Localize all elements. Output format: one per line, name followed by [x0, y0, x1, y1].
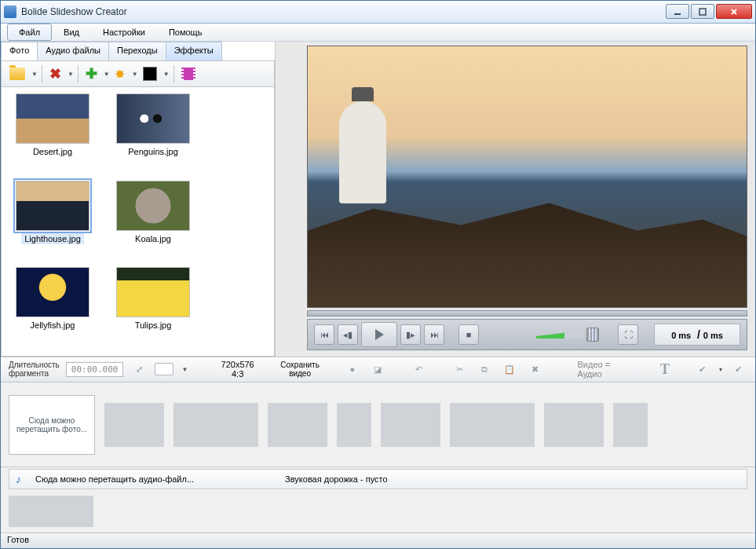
folder-icon	[9, 68, 25, 80]
menu-file[interactable]: Файл	[7, 24, 52, 42]
menu-settings[interactable]: Настройки	[91, 24, 157, 42]
copy-button[interactable]: ⧉	[475, 360, 494, 379]
storyboard-placeholder[interactable]	[450, 403, 535, 447]
dropdown-icon[interactable]: ▼	[163, 71, 170, 78]
fullscreen-button[interactable]: ⛶	[618, 324, 638, 345]
window-title: Bolide Slideshow Creator	[21, 6, 666, 17]
volume-thumb[interactable]	[586, 328, 599, 342]
thumb-label: Tulips.jpg	[132, 320, 175, 331]
audio-drop-hint: Сюда можно перетащить аудио-файл...	[35, 474, 194, 484]
thumb-image	[116, 267, 190, 317]
menubar: Файл Вид Настройки Помощь	[1, 24, 755, 42]
thumb-image	[16, 267, 89, 317]
volume-control[interactable]	[536, 328, 599, 342]
storyboard-placeholder[interactable]	[613, 403, 648, 447]
text-button[interactable]: T	[656, 360, 674, 379]
effect-button[interactable]: ✸	[111, 64, 129, 84]
open-folder-button[interactable]	[6, 64, 28, 84]
thumb-label: Koala.jpg	[132, 233, 174, 244]
duration-check[interactable]	[155, 363, 173, 375]
add-button[interactable]: ✚	[82, 64, 100, 84]
close-button[interactable]	[716, 4, 752, 19]
duration-input[interactable]: 00:00.000	[66, 362, 124, 377]
rocks-shape	[308, 198, 747, 307]
stop-button[interactable]: ■	[458, 324, 479, 345]
storyboard-placeholder[interactable]	[268, 403, 327, 447]
tab-transitions[interactable]: Переходы	[108, 42, 166, 60]
skip-end-button[interactable]: ⏭	[424, 324, 444, 345]
tab-effects[interactable]: Эффекты	[166, 42, 222, 60]
app-window: Bolide Slideshow Creator Файл Вид Настро…	[0, 0, 756, 549]
playback-controls: ⏮ ◂▮ ▮▸ ⏭ ■ ⛶ 0 ms / 0 ms	[307, 319, 747, 350]
music-note-icon: ♪	[16, 473, 21, 485]
thumb-image	[16, 93, 89, 144]
preview-seekbar[interactable]	[307, 310, 747, 317]
menu-view[interactable]: Вид	[52, 24, 91, 42]
skip-start-button[interactable]: ⏮	[314, 324, 334, 345]
apply-all-button[interactable]: ✔	[729, 360, 747, 379]
thumb-item[interactable]: Desert.jpg	[9, 93, 96, 176]
duration-lock-button[interactable]: ⤢	[130, 360, 148, 379]
thumb-image	[116, 181, 190, 231]
volume-bar[interactable]	[536, 331, 583, 339]
storyboard-dropzone[interactable]: Сюда можно перетащить фото...	[9, 395, 95, 455]
media-tabs: Фото Аудио файлы Переходы Эффекты	[1, 42, 275, 60]
tab-audio[interactable]: Аудио файлы	[37, 42, 109, 60]
step-back-button[interactable]: ◂▮	[338, 324, 358, 345]
thumb-item[interactable]: Tulips.jpg	[110, 267, 196, 350]
time-total: 0 ms	[703, 331, 723, 340]
storyboard-placeholder[interactable]	[337, 403, 371, 447]
thumb-label: Lighthouse.jpg	[21, 233, 84, 244]
maximize-button[interactable]	[691, 4, 714, 19]
main-area: Фото Аудио файлы Переходы Эффекты ▼ ✖▼ ✚…	[1, 42, 755, 357]
dropdown-icon[interactable]: ▼	[181, 366, 188, 373]
edit-button[interactable]: ◪	[368, 360, 387, 379]
track-placeholder[interactable]	[9, 496, 93, 527]
x-icon: ✖	[49, 65, 61, 82]
apply-button[interactable]: ✔	[692, 360, 711, 379]
lower-track[interactable]	[1, 491, 755, 533]
dropdown-icon[interactable]: ▼	[68, 71, 74, 78]
paste-button[interactable]: 📋	[500, 360, 519, 379]
timeline-toolbar: Длительность фрагмента 00:00.000 ⤢ ▼ 720…	[1, 357, 755, 382]
record-button[interactable]: ●	[343, 360, 362, 379]
storyboard-placeholder[interactable]	[381, 403, 440, 447]
storyboard-placeholder[interactable]	[104, 403, 164, 447]
menu-help[interactable]: Помощь	[157, 24, 214, 42]
thumb-image	[116, 93, 190, 144]
titlebar[interactable]: Bolide Slideshow Creator	[1, 1, 755, 24]
svg-rect-1	[699, 9, 706, 15]
dropdown-icon[interactable]: ▼	[104, 71, 110, 78]
storyboard-placeholder[interactable]	[544, 403, 604, 447]
thumb-item[interactable]: Lighthouse.jpg	[9, 181, 96, 263]
tab-photo[interactable]: Фото	[1, 42, 38, 60]
thumb-item[interactable]: Koala.jpg	[110, 181, 196, 263]
black-square-icon	[143, 67, 157, 81]
film-icon	[181, 68, 195, 80]
thumb-item[interactable]: Penguins.jpg	[110, 93, 196, 176]
remove-button[interactable]: ✖	[46, 64, 64, 84]
dropdown-icon[interactable]: ▼	[31, 71, 38, 78]
color-button[interactable]	[140, 64, 160, 84]
cut-button[interactable]: ✂	[450, 360, 469, 379]
storyboard[interactable]: Сюда можно перетащить фото...	[1, 382, 755, 467]
thumb-item[interactable]: Jellyfish.jpg	[9, 267, 96, 350]
thumb-label: Penguins.jpg	[125, 146, 181, 157]
audio-track[interactable]: ♪ Сюда можно перетащить аудио-файл... Зв…	[9, 469, 747, 489]
step-forward-button[interactable]: ▮▸	[400, 324, 421, 345]
status-text: Готов	[7, 535, 29, 544]
play-button[interactable]	[361, 322, 397, 347]
minimize-button[interactable]	[666, 4, 689, 19]
preview-image	[307, 46, 747, 308]
time-display: 0 ms / 0 ms	[654, 324, 740, 346]
sun-icon: ✸	[115, 67, 125, 82]
media-toolbar: ▼ ✖▼ ✚▼ ✸▼ ▼	[1, 60, 275, 87]
undo-button[interactable]: ↶	[409, 360, 428, 379]
app-icon	[4, 5, 16, 18]
dropdown-icon[interactable]: ▼	[132, 71, 138, 78]
save-video-button[interactable]: Сохранить видео	[280, 361, 320, 378]
storyboard-placeholder[interactable]	[173, 403, 258, 447]
film-button[interactable]	[178, 64, 199, 84]
svg-rect-0	[674, 13, 681, 15]
delete-button[interactable]: ✖	[525, 360, 544, 379]
